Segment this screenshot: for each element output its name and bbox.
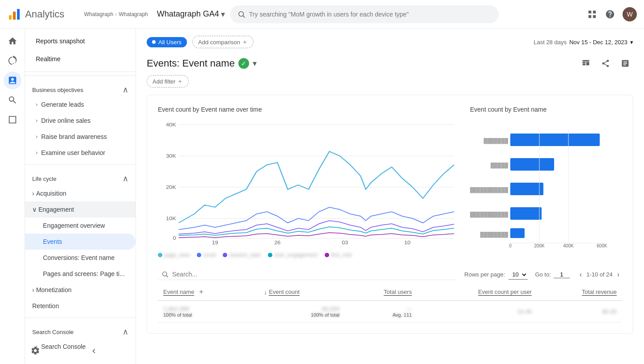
- sort-icon: ↓: [264, 289, 267, 296]
- business-objectives-chevron[interactable]: ∧: [123, 85, 128, 95]
- user-segment-pill[interactable]: All Users: [147, 37, 187, 47]
- col-event-count[interactable]: ↓ Event count: [258, 284, 345, 301]
- search-console-items: › Search Console: [25, 339, 136, 355]
- lifecycle-items: › Acquisition ∨ Engagement Engagement ov…: [25, 185, 136, 314]
- sidebar-item-acquisition[interactable]: › Acquisition: [25, 185, 136, 201]
- svg-rect-7: [589, 15, 591, 17]
- share-icon[interactable]: [597, 55, 614, 71]
- title-dropdown-icon[interactable]: ▾: [253, 59, 257, 68]
- breadcrumb-item-1: Whatagraph: [84, 11, 113, 17]
- legend-first-visit: first_visit: [325, 252, 352, 258]
- svg-text:10: 10: [404, 240, 411, 245]
- search-console-chevron[interactable]: ∧: [123, 327, 128, 337]
- search-bar[interactable]: [230, 5, 499, 23]
- data-table: Event name ＋ ↓ Event count Total users: [158, 284, 622, 322]
- legend-session-start: session_start: [223, 252, 261, 258]
- sidebar-subitem-events[interactable]: Events: [25, 234, 136, 250]
- chart-customize-icon[interactable]: [578, 55, 594, 71]
- help-icon[interactable]: [605, 9, 615, 20]
- legend-dot-user-engagement: [268, 253, 272, 257]
- add-filter-button[interactable]: Add filter ＋: [147, 75, 189, 88]
- col-total-users[interactable]: Total users: [345, 284, 417, 301]
- table-row: 1,862,999 100% of total 66,000 100% of t…: [158, 301, 622, 322]
- legend-dot-page-view: [158, 253, 162, 257]
- status-badge: ✓: [238, 58, 249, 69]
- col-total-revenue[interactable]: Total revenue: [537, 284, 622, 301]
- table-search-icon: [161, 271, 169, 278]
- pagination-info: 1-10 of 24: [586, 271, 613, 278]
- svg-text:26: 26: [274, 240, 281, 245]
- table-search-input[interactable]: [172, 271, 453, 278]
- svg-rect-5: [589, 10, 591, 13]
- sidebar-subitem-conversions[interactable]: Conversions: Event name: [25, 250, 136, 266]
- lifecycle-chevron[interactable]: ∧: [123, 174, 128, 184]
- svg-text:███████: ███████: [483, 138, 508, 144]
- collapse-sidebar-icon[interactable]: [89, 347, 98, 357]
- sidebar-item-generate-leads[interactable]: › Generate leads: [25, 96, 136, 113]
- goto-label: Go to:: [535, 271, 551, 278]
- svg-line-43: [166, 276, 168, 277]
- bar-chart-svg: ███████ █████ ███████████ ████████████ █…: [470, 120, 613, 250]
- cell-event-count: 66,000 100% of total: [258, 301, 345, 322]
- table-search[interactable]: [158, 269, 457, 280]
- add-column-button[interactable]: ＋: [196, 287, 207, 297]
- top-header: Analytics Whatagraph › Whatagraph Whatag…: [0, 0, 644, 29]
- insight-icon[interactable]: [617, 55, 633, 71]
- legend-scroll: scroll: [197, 252, 216, 258]
- charts-row: Event count by Event name over time 40K …: [158, 106, 622, 258]
- settings-icon[interactable]: [30, 346, 40, 357]
- sidebar-section-search-console: Search Console ∧: [25, 322, 136, 339]
- sidebar-item-retention[interactable]: Retention: [25, 298, 136, 314]
- goto-input[interactable]: [554, 271, 570, 278]
- legend-user-engagement: user_engagement: [268, 252, 318, 258]
- date-range-selector[interactable]: Last 28 days Nov 15 - Dec 12, 2023 ▾: [534, 39, 633, 46]
- rows-per-page-select[interactable]: 10 25 50: [508, 270, 528, 280]
- sidebar-item-reports-snapshot[interactable]: Reports snapshot: [32, 32, 128, 50]
- account-selector[interactable]: Whatagraph GA4 ▾: [157, 9, 225, 19]
- sidebar-item-examine-user[interactable]: › Examine user behavior: [25, 145, 136, 161]
- date-range-chevron-icon: ▾: [630, 39, 633, 46]
- sidebar: Reports snapshot Realtime Business objec…: [25, 29, 136, 364]
- cell-event-name: 1,862,999 100% of total: [158, 301, 258, 322]
- sidebar-item-engagement[interactable]: ∨ Engagement: [25, 201, 136, 218]
- sidebar-item-monetization[interactable]: › Monetization: [25, 282, 136, 298]
- avatar[interactable]: W: [623, 7, 637, 21]
- svg-point-3: [239, 12, 244, 17]
- next-page-button[interactable]: ›: [614, 270, 622, 280]
- svg-line-4: [243, 16, 245, 17]
- account-dropdown-icon[interactable]: ▾: [221, 9, 225, 19]
- rail-realtime[interactable]: [4, 52, 21, 70]
- svg-text:200K: 200K: [534, 243, 545, 248]
- add-comparison-button[interactable]: Add comparison ＋: [192, 36, 254, 48]
- rail-advertising[interactable]: [4, 111, 21, 129]
- svg-rect-30: [510, 134, 600, 146]
- rail-explore[interactable]: [4, 91, 21, 109]
- sidebar-item-realtime[interactable]: Realtime: [32, 50, 128, 68]
- svg-text:███████████: ███████████: [470, 187, 508, 193]
- rail-home[interactable]: [4, 32, 21, 50]
- line-chart-title: Event count by Event name over time: [158, 106, 459, 113]
- rail-reports[interactable]: [4, 71, 21, 89]
- sidebar-item-search-console[interactable]: › Search Console: [25, 339, 136, 355]
- table-controls: Rows per page: 10 25 50 Go to: ‹ 1-10 of…: [158, 269, 622, 280]
- breadcrumb-item-2: Whatagraph: [119, 11, 148, 17]
- prev-page-button[interactable]: ‹: [577, 270, 585, 280]
- svg-rect-2: [17, 9, 20, 20]
- svg-rect-0: [9, 15, 12, 20]
- rows-per-page-label: Rows per page:: [464, 271, 505, 278]
- legend-dot-session-start: [223, 253, 227, 257]
- col-event-count-per-user[interactable]: Event count per user: [417, 284, 537, 301]
- sidebar-item-raise-brand[interactable]: › Raise brand awareness: [25, 129, 136, 145]
- line-chart-svg: 40K 30K 20K 10K 0 19 Nov 26 03 Dec 10: [158, 120, 459, 245]
- page-title: Events: Event name: [147, 58, 235, 69]
- cell-total-users: — Avg. 111: [345, 301, 417, 322]
- sidebar-top: Reports snapshot Realtime: [25, 29, 136, 72]
- sidebar-subitem-engagement-overview[interactable]: Engagement overview: [25, 218, 136, 234]
- segment-dot: [152, 40, 156, 44]
- chart-container: Event count by Event name over time 40K …: [147, 95, 633, 334]
- sidebar-item-drive-online-sales[interactable]: › Drive online sales: [25, 113, 136, 129]
- svg-text:20K: 20K: [166, 184, 176, 190]
- sidebar-subitem-pages-screens[interactable]: Pages and screens: Page ti...: [25, 266, 136, 282]
- grid-icon[interactable]: [587, 9, 597, 20]
- search-input[interactable]: [249, 11, 491, 18]
